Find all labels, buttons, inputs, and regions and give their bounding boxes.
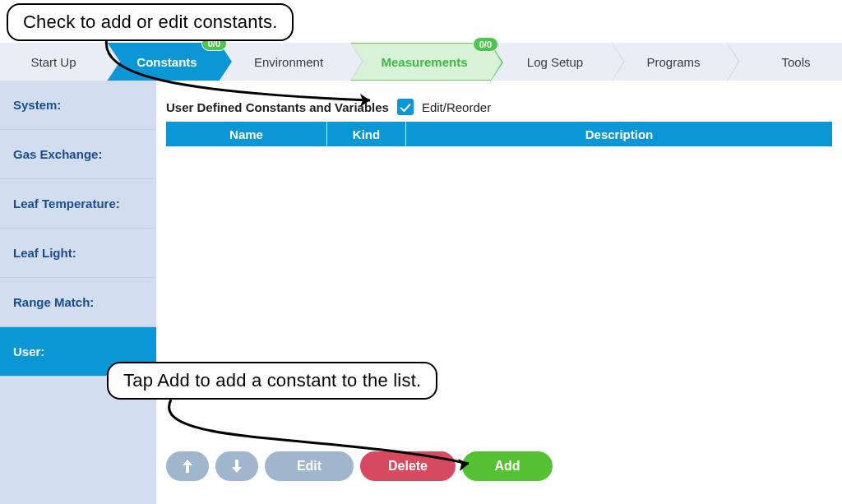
sidebar-item-system[interactable]: System:	[0, 81, 156, 130]
edit-button[interactable]: Edit	[265, 451, 354, 481]
move-up-button[interactable]	[166, 451, 209, 481]
tab-label: Programs	[646, 55, 700, 69]
button-row: Edit Delete Add	[166, 451, 553, 481]
edit-reorder-label: Edit/Reorder	[422, 100, 491, 114]
tab-label: Log Setup	[527, 55, 583, 69]
main-panel: User Defined Constants and Variables Edi…	[156, 81, 842, 504]
column-header-name: Name	[166, 122, 327, 146]
tab-label: Measurements	[381, 55, 467, 69]
callout-check-constants: Check to add or edit constants.	[7, 3, 294, 41]
tab-constants[interactable]: Constants 0/0	[107, 43, 219, 81]
sidebar: System: Gas Exchange: Leaf Temperature: …	[0, 81, 156, 504]
tab-label: Constants	[136, 55, 197, 69]
tab-bar: Start Up Constants 0/0 Environment Measu…	[0, 43, 842, 81]
column-header-kind: Kind	[327, 122, 406, 146]
sidebar-item-range-match[interactable]: Range Match:	[0, 278, 156, 327]
panel-title-row: User Defined Constants and Variables Edi…	[166, 99, 491, 115]
tab-label: Start Up	[30, 55, 76, 69]
panel-title: User Defined Constants and Variables	[166, 100, 389, 114]
sidebar-item-gas-exchange[interactable]: Gas Exchange:	[0, 130, 156, 179]
edit-reorder-checkbox[interactable]	[397, 99, 414, 115]
callout-tap-add: Tap Add to add a constant to the list.	[107, 362, 437, 400]
tab-label: Tools	[781, 55, 810, 69]
arrow-up-icon	[182, 459, 193, 474]
column-header-description: Description	[406, 122, 832, 146]
delete-button[interactable]: Delete	[360, 451, 456, 481]
tab-logsetup[interactable]: Log Setup	[490, 43, 612, 81]
add-button[interactable]: Add	[462, 451, 553, 481]
table-header: Name Kind Description	[166, 122, 832, 146]
tab-tools[interactable]: Tools	[727, 43, 842, 81]
sidebar-item-leaf-light[interactable]: Leaf Light:	[0, 229, 156, 278]
sidebar-item-leaf-temperature[interactable]: Leaf Temperature:	[0, 179, 156, 229]
move-down-button[interactable]	[215, 451, 258, 481]
badge-measurements: 0/0	[473, 37, 498, 52]
tab-startup[interactable]: Start Up	[0, 43, 107, 81]
tab-label: Environment	[254, 55, 323, 69]
tab-measurements[interactable]: Measurements 0/0	[350, 43, 490, 81]
arrow-down-icon	[231, 459, 243, 474]
tab-environment[interactable]: Environment	[219, 43, 350, 81]
tab-programs[interactable]: Programs	[612, 43, 727, 81]
